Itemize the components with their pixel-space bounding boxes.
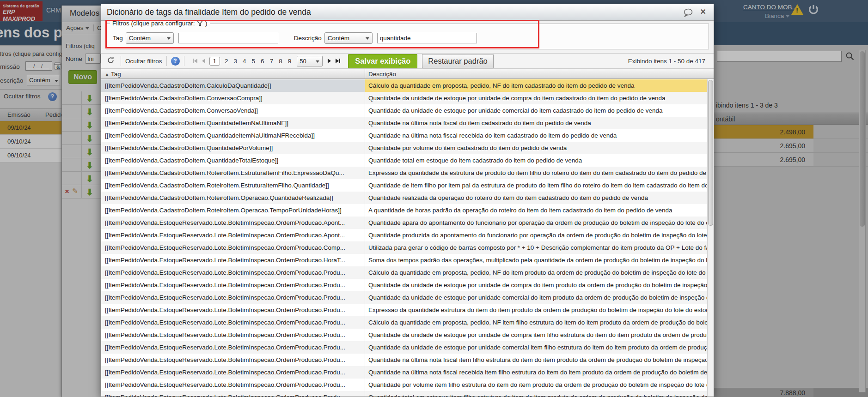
table-row[interactable]: [[ItemPedidoVenda.EstoqueReservado.Lote.… bbox=[101, 329, 707, 341]
descricao-cell: Quantidade da unidade de estoque por uni… bbox=[365, 291, 707, 304]
tag-cell: [[ItemPedidoVenda.CadastroDoItem.Quantid… bbox=[101, 142, 365, 154]
table-row[interactable]: [[ItemPedidoVenda.EstoqueReservado.Lote.… bbox=[101, 241, 707, 254]
modal-title: Dicionário de tags da finalidade Item do… bbox=[107, 7, 311, 17]
next-page-button[interactable] bbox=[328, 59, 331, 63]
tag-cell: [[ItemPedidoVenda.EstoqueReservado.Lote.… bbox=[101, 229, 365, 241]
descricao-cell: Quantidade na última nota fiscal item fi… bbox=[365, 354, 707, 366]
refresh-icon[interactable] bbox=[105, 56, 116, 66]
page-number-1[interactable]: 1 bbox=[209, 57, 220, 66]
table-row[interactable]: [[ItemPedidoVenda.CadastroDoItem.Quantid… bbox=[101, 142, 707, 154]
tag-cell: [[ItemPedidoVenda.EstoqueReservado.Lote.… bbox=[101, 304, 365, 316]
table-row[interactable]: [[ItemPedidoVenda.EstoqueReservado.Lote.… bbox=[101, 379, 707, 391]
table-row[interactable]: [[ItemPedidoVenda.CadastroDoItem.Roteiro… bbox=[101, 179, 707, 192]
descricao-cell: Quantidade apara do apontamento do funci… bbox=[365, 217, 707, 229]
descricao-cell: Quantidade na última nota fiscal recebid… bbox=[365, 129, 707, 142]
page-number-7[interactable]: 7 bbox=[270, 58, 274, 65]
tag-cell: [[ItemPedidoVenda.CadastroDoItem.Quantid… bbox=[101, 129, 365, 142]
page-number-3[interactable]: 3 bbox=[234, 58, 238, 65]
sort-asc-icon: ▲ bbox=[105, 72, 109, 77]
last-page-button[interactable] bbox=[336, 59, 340, 63]
table-row[interactable]: [[ItemPedidoVenda.CadastroDoItem.Convers… bbox=[101, 92, 707, 104]
table-row[interactable]: [[ItemPedidoVenda.EstoqueReservado.Lote.… bbox=[101, 229, 707, 241]
table-row[interactable]: [[ItemPedidoVenda.CadastroDoItem.Quantid… bbox=[101, 129, 707, 142]
table-row[interactable]: [[ItemPedidoVenda.EstoqueReservado.Lote.… bbox=[101, 279, 707, 291]
tag-dictionary-modal: Dicionário de tags da finalidade Item do… bbox=[101, 4, 714, 397]
chat-bubble-icon[interactable] bbox=[683, 8, 693, 19]
page-number-9[interactable]: 9 bbox=[288, 58, 292, 65]
table-row[interactable]: [[ItemPedidoVenda.EstoqueReservado.Lote.… bbox=[101, 304, 707, 316]
prev-page-button[interactable] bbox=[202, 59, 205, 63]
table-row[interactable]: [[ItemPedidoVenda.EstoqueReservado.Lote.… bbox=[101, 391, 707, 397]
descricao-cell: Quantidade da unidade de estoque por uni… bbox=[365, 279, 707, 291]
descricao-cell: Cálculo da quantidade em proposta, pedid… bbox=[365, 79, 707, 92]
descricao-cell: Quantidade total em estoque do item cada… bbox=[365, 154, 707, 167]
table-row[interactable]: [[ItemPedidoVenda.CadastroDoItem.Quantid… bbox=[101, 117, 707, 129]
col-header-tag[interactable]: ▲Tag bbox=[101, 69, 365, 78]
descricao-cell: Utilizada para gerar o código de barras … bbox=[365, 241, 707, 254]
table-row[interactable]: [[ItemPedidoVenda.EstoqueReservado.Lote.… bbox=[101, 354, 707, 366]
salvar-exibicao-button[interactable]: Salvar exibição bbox=[348, 54, 417, 68]
descricao-cell: Quantidade da unidade de estoque por uni… bbox=[365, 329, 707, 341]
screen: Sistema de gestão ERP MAXIPROD CRM CANTO… bbox=[0, 0, 868, 397]
tag-cell: [[ItemPedidoVenda.EstoqueReservado.Lote.… bbox=[101, 354, 365, 366]
help-icon[interactable]: ? bbox=[171, 57, 180, 66]
table-row[interactable]: [[ItemPedidoVenda.CadastroDoItem.Convers… bbox=[101, 104, 707, 117]
tag-cell: [[ItemPedidoVenda.EstoqueReservado.Lote.… bbox=[101, 266, 365, 279]
descricao-cell: Cálculo da quantidade em proposta, pedid… bbox=[365, 266, 707, 279]
descricao-cell: Quantidade da unidade de estoque por uni… bbox=[365, 104, 707, 117]
descricao-cell: Quantidade na última nota fiscal do item… bbox=[365, 117, 707, 129]
table-row[interactable]: [[ItemPedidoVenda.EstoqueReservado.Lote.… bbox=[101, 266, 707, 279]
tag-cell: [[ItemPedidoVenda.EstoqueReservado.Lote.… bbox=[101, 316, 365, 329]
tag-cell: [[ItemPedidoVenda.EstoqueReservado.Lote.… bbox=[101, 291, 365, 304]
page-number-6[interactable]: 6 bbox=[261, 58, 264, 65]
descricao-cell: Quantidade por volume item filho estrutu… bbox=[365, 379, 707, 391]
tag-table-header: ▲Tag Descrição bbox=[101, 69, 714, 79]
tag-cell: [[ItemPedidoVenda.CadastroDoItem.Calculo… bbox=[101, 79, 365, 92]
page-number-4[interactable]: 4 bbox=[243, 58, 246, 65]
tag-cell: [[ItemPedidoVenda.EstoqueReservado.Lote.… bbox=[101, 341, 365, 354]
scrollbar-thumb[interactable] bbox=[708, 80, 713, 226]
col-header-descricao[interactable]: Descrição bbox=[365, 69, 714, 78]
descricao-cell: Expressao da quantidade da estrutura de … bbox=[365, 167, 707, 179]
descricao-cell: A quantidade de horas padrão da operação… bbox=[365, 204, 707, 217]
descricao-cell: Quantidade na última nota fiscal recebid… bbox=[365, 366, 707, 379]
tag-cell: [[ItemPedidoVenda.EstoqueReservado.Lote.… bbox=[101, 254, 365, 266]
table-row[interactable]: [[ItemPedidoVenda.EstoqueReservado.Lote.… bbox=[101, 291, 707, 304]
table-row[interactable]: [[ItemPedidoVenda.EstoqueReservado.Lote.… bbox=[101, 217, 707, 229]
close-icon[interactable]: ✕ bbox=[700, 7, 706, 16]
table-row[interactable]: [[ItemPedidoVenda.CadastroDoItem.Calculo… bbox=[101, 79, 707, 92]
descricao-cell: Quantidade produzida do apontamento do f… bbox=[365, 229, 707, 241]
table-row[interactable]: [[ItemPedidoVenda.CadastroDoItem.Quantid… bbox=[101, 154, 707, 167]
page-number-5[interactable]: 5 bbox=[252, 58, 256, 65]
page-number-2[interactable]: 2 bbox=[225, 58, 228, 65]
tag-cell: [[ItemPedidoVenda.EstoqueReservado.Lote.… bbox=[101, 329, 365, 341]
ocultar-filtros-button[interactable]: Ocultar filtros bbox=[125, 58, 162, 65]
tag-cell: [[ItemPedidoVenda.EstoqueReservado.Lote.… bbox=[101, 279, 365, 291]
table-row[interactable]: [[ItemPedidoVenda.EstoqueReservado.Lote.… bbox=[101, 366, 707, 379]
descricao-cell: Quantidade por volume do item cadastrado… bbox=[365, 142, 707, 154]
table-row[interactable]: [[ItemPedidoVenda.CadastroDoItem.Roteiro… bbox=[101, 167, 707, 179]
tag-cell: [[ItemPedidoVenda.EstoqueReservado.Lote.… bbox=[101, 241, 365, 254]
table-row[interactable]: [[ItemPedidoVenda.CadastroDoItem.Roteiro… bbox=[101, 192, 707, 204]
tag-cell: [[ItemPedidoVenda.CadastroDoItem.Roteiro… bbox=[101, 204, 365, 217]
descricao-cell: Quantidade da unidade de estoque por uni… bbox=[365, 341, 707, 354]
divider bbox=[166, 56, 167, 66]
tag-table-body: [[ItemPedidoVenda.CadastroDoItem.Calculo… bbox=[101, 79, 707, 397]
page-number-8[interactable]: 8 bbox=[279, 58, 282, 65]
tag-cell: [[ItemPedidoVenda.CadastroDoItem.Convers… bbox=[101, 104, 365, 117]
table-row[interactable]: [[ItemPedidoVenda.EstoqueReservado.Lote.… bbox=[101, 254, 707, 266]
table-row[interactable]: [[ItemPedidoVenda.EstoqueReservado.Lote.… bbox=[101, 316, 707, 329]
divider bbox=[184, 56, 184, 66]
modal-titlebar: Dicionário de tags da finalidade Item do… bbox=[101, 4, 714, 21]
first-page-button[interactable] bbox=[193, 59, 197, 63]
table-scrollbar[interactable] bbox=[707, 79, 714, 397]
descricao-cell: Quantidade da unidade de estoque por uni… bbox=[365, 92, 707, 104]
table-row[interactable]: [[ItemPedidoVenda.CadastroDoItem.Roteiro… bbox=[101, 204, 707, 217]
tag-cell: [[ItemPedidoVenda.CadastroDoItem.Quantid… bbox=[101, 117, 365, 129]
table-row[interactable]: [[ItemPedidoVenda.EstoqueReservado.Lote.… bbox=[101, 341, 707, 354]
tag-cell: [[ItemPedidoVenda.CadastroDoItem.Roteiro… bbox=[101, 167, 365, 179]
descricao-cell: Quantidade de item filho por item pai da… bbox=[365, 179, 707, 192]
restaurar-padrao-button[interactable]: Restaurar padrão bbox=[422, 54, 493, 68]
pagination: 123456789 50 bbox=[190, 56, 343, 66]
page-size-select[interactable]: 50 bbox=[297, 56, 323, 66]
